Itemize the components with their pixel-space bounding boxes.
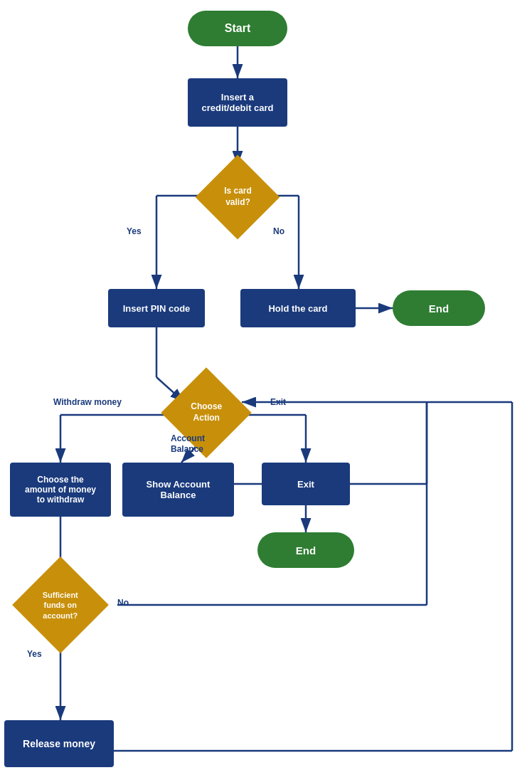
hold-card-node: Hold the card: [240, 289, 356, 327]
sufficient-funds-diamond: Sufficient funds on account?: [0, 569, 121, 640]
start-node: Start: [188, 11, 287, 46]
no1-label: No: [273, 226, 284, 236]
is-card-valid-diamond: Is card valid?: [181, 165, 294, 229]
account-balance-label: Account Balance: [171, 423, 205, 454]
flowchart: Start Insert a credit/debit card Is card…: [0, 0, 532, 775]
withdraw-money-label: Withdraw money: [53, 397, 122, 407]
release-money-node: Release money: [4, 720, 114, 767]
yes2-label: Yes: [27, 649, 42, 659]
show-balance-node: Show Account Balance: [122, 463, 234, 517]
end1-node: End: [393, 290, 485, 326]
end2-node: End: [257, 532, 354, 568]
insert-pin-node: Insert PIN code: [108, 289, 205, 327]
insert-card-node: Insert a credit/debit card: [188, 78, 287, 127]
yes1-label: Yes: [127, 226, 142, 236]
choose-amount-node: Choose the amount of money to withdraw: [10, 463, 111, 517]
no2-label: No: [117, 598, 129, 608]
exit-box-node: Exit: [262, 463, 350, 505]
exit-label: Exit: [270, 397, 286, 407]
